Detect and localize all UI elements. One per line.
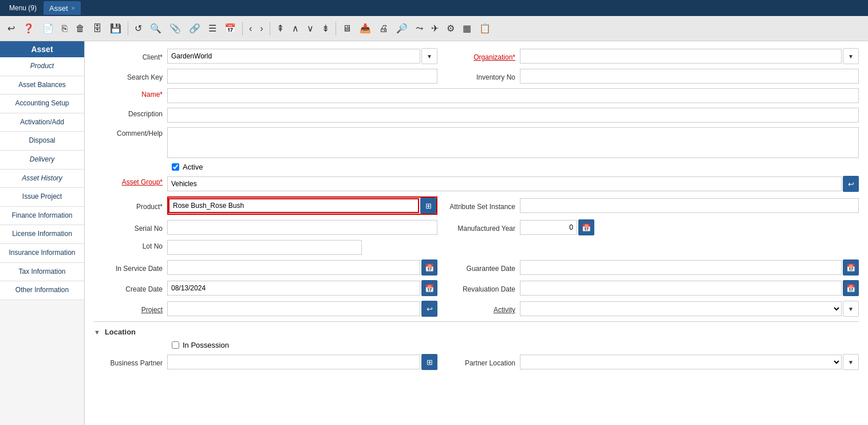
find-button[interactable]: 🔍 [147, 21, 164, 36]
org-dropdown-button[interactable]: ▼ [843, 48, 859, 64]
revaldate-input[interactable] [520, 281, 842, 296]
sidebar-item-accounting-setup[interactable]: Accounting Setup [0, 95, 84, 113]
client-label: Client* [94, 51, 163, 61]
sidebar-item-insurance-information[interactable]: Insurance Information [0, 244, 84, 263]
send-button[interactable]: ✈ [428, 21, 441, 36]
menu-button[interactable]: Menu (9) [5, 3, 41, 13]
description-row: Description [94, 108, 859, 123]
partner-loc-select[interactable] [520, 355, 842, 369]
sidebar-item-asset-history[interactable]: Asset History [0, 170, 84, 188]
save-button[interactable]: 💾 [107, 21, 124, 36]
attach-button[interactable]: 📎 [167, 21, 184, 36]
createdate-input[interactable] [167, 281, 420, 296]
settings-button[interactable]: ⚙ [444, 21, 457, 36]
inbox-button[interactable]: 📥 [357, 21, 374, 36]
bp-lookup-button[interactable]: ⊞ [421, 354, 437, 370]
inservice-field: 📅 [167, 259, 437, 276]
comment-textarea[interactable] [167, 127, 859, 158]
active-checkbox[interactable] [172, 163, 179, 171]
partner-loc-dropdown-button[interactable]: ▼ [843, 354, 859, 370]
inservice-guarantee-row: In Service Date 📅 Guarantee Date 📅 [94, 259, 859, 276]
archive-button[interactable]: 🗄 [90, 22, 105, 36]
copy-button[interactable]: ⎘ [59, 22, 70, 36]
serialno-input[interactable] [167, 220, 437, 235]
in-possession-checkbox[interactable] [172, 341, 179, 349]
lotno-input[interactable] [167, 240, 362, 255]
description-input[interactable] [167, 108, 859, 123]
sidebar-item-other-information[interactable]: Other Information [0, 281, 84, 300]
createdate-calendar-button[interactable]: 📅 [421, 280, 437, 296]
location-collapse-arrow[interactable]: ▼ [94, 329, 100, 336]
inservice-input[interactable] [167, 260, 420, 275]
undo-button[interactable]: ↩ [5, 21, 18, 36]
barcode-button[interactable]: ▦ [460, 21, 474, 36]
calendar-view-button[interactable]: 📅 [222, 21, 239, 36]
activity-select[interactable] [520, 301, 842, 316]
next-button[interactable]: › [257, 22, 266, 36]
sidebar-item-activation[interactable]: Activation/Add [0, 113, 84, 132]
guarantee-input[interactable] [520, 260, 842, 275]
sidebar-item-tax-information[interactable]: Tax Information [0, 263, 84, 282]
manuf-year-input[interactable] [520, 220, 577, 235]
sidebar-item-issue-project[interactable]: Issue Project [0, 188, 84, 207]
org-input[interactable] [520, 49, 842, 64]
project-input[interactable] [167, 301, 420, 316]
bp-field: ⊞ [167, 354, 437, 370]
prev-button[interactable]: ‹ [246, 22, 255, 36]
sidebar-item-license-information[interactable]: License Information [0, 225, 84, 244]
guarantee-calendar-button[interactable]: 📅 [843, 259, 859, 276]
name-row: Name* [94, 88, 859, 103]
asset-group-input[interactable] [167, 176, 842, 191]
project-lookup-button[interactable]: ↩ [421, 301, 437, 317]
location-section-title: Location [105, 328, 136, 336]
prev-page-button[interactable]: ∧ [289, 21, 302, 36]
refresh-button[interactable]: ↺ [132, 21, 145, 36]
product-input[interactable] [168, 198, 419, 213]
name-input[interactable] [167, 88, 859, 103]
next-page-button[interactable]: ∨ [304, 21, 317, 36]
inservice-calendar-button[interactable]: 📅 [421, 259, 437, 276]
lotno-label: Lot No [94, 240, 163, 250]
partner-loc-col: Partner Location ▼ [447, 354, 859, 370]
revaldate-calendar-button[interactable]: 📅 [843, 280, 859, 296]
bp-input[interactable] [167, 355, 420, 369]
name-label: Name* [94, 88, 163, 99]
activity-field: ▼ [520, 301, 859, 317]
toolbar-sep-4 [336, 22, 336, 36]
searchkey-input[interactable] [167, 69, 437, 84]
client-org-row: Client* ▼ Organization* ▼ [94, 48, 859, 64]
client-dropdown-button[interactable]: ▼ [421, 48, 437, 64]
activity-dropdown-button[interactable]: ▼ [843, 301, 859, 317]
list-button[interactable]: ☰ [206, 21, 219, 36]
product-lookup-button[interactable]: ⊞ [420, 198, 436, 214]
last-button[interactable]: ⇟ [319, 21, 332, 36]
inservice-label: In Service Date [94, 262, 163, 273]
print-button[interactable]: 🖨 [376, 22, 391, 36]
first-button[interactable]: ⇞ [274, 21, 287, 36]
sidebar-item-asset-balances[interactable]: Asset Balances [0, 76, 84, 95]
workflow-button[interactable]: ⤳ [413, 21, 426, 36]
bp-partnerloc-row: Business Partner ⊞ Partner Location ▼ [94, 354, 859, 370]
createdate-col: Create Date 📅 [94, 280, 437, 296]
sidebar-item-disposal[interactable]: Disposal [0, 132, 84, 151]
monitor-button[interactable]: 🖥 [340, 22, 354, 36]
close-tab-button[interactable]: × [72, 5, 75, 11]
notes-button[interactable]: 📋 [476, 21, 494, 36]
attr-set-input[interactable] [520, 198, 859, 213]
asset-tab[interactable]: Asset × [44, 1, 81, 15]
inventoryno-input[interactable] [520, 69, 859, 84]
delete-button[interactable]: 🗑 [73, 22, 88, 36]
top-bar: Menu (9) Asset × [0, 0, 868, 16]
scan-button[interactable]: 🔎 [393, 21, 411, 36]
content-area: Client* ▼ Organization* ▼ Search Key [85, 41, 868, 425]
client-input[interactable] [167, 49, 420, 64]
manuf-year-calendar-button[interactable]: 📅 [578, 219, 594, 235]
sidebar-item-finance-information[interactable]: Finance Information [0, 207, 84, 226]
sidebar-item-product[interactable]: Product [0, 57, 84, 76]
asset-group-lookup-button[interactable]: ↩ [843, 176, 859, 192]
new-record-button[interactable]: 📄 [40, 21, 57, 36]
link-button[interactable]: 🔗 [186, 21, 203, 36]
sidebar-item-delivery[interactable]: Delivery [0, 151, 84, 170]
org-label: Organization* [447, 51, 515, 61]
help-button[interactable]: ❓ [20, 21, 37, 36]
